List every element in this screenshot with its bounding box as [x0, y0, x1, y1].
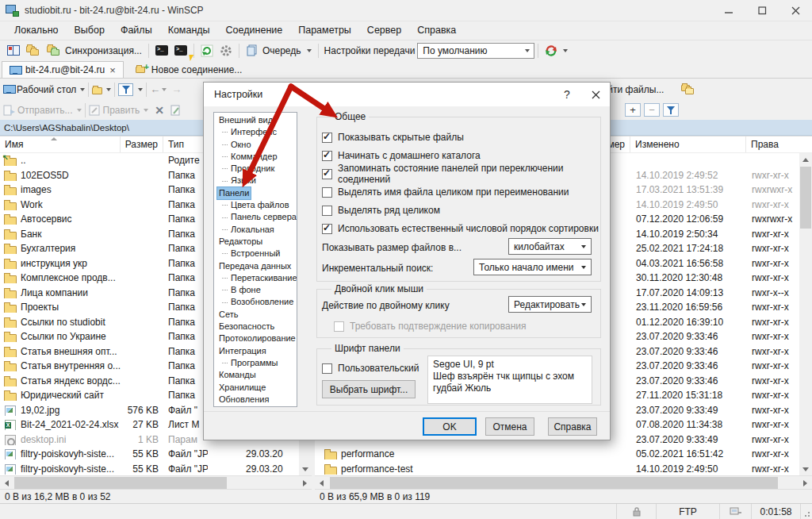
console-command-button[interactable] — [171, 42, 190, 60]
chevron-down-icon[interactable] — [162, 88, 167, 91]
protocol-cell[interactable]: FTP — [657, 504, 720, 519]
column-header-rights[interactable]: Права — [746, 136, 812, 152]
remote-filter-button[interactable] — [663, 103, 679, 117]
help-button[interactable]: Справка — [548, 417, 597, 436]
tree-item[interactable]: Безопасность — [214, 321, 297, 333]
column-header-modified[interactable]: Изменено — [630, 136, 746, 152]
menu-item[interactable]: Сервер — [359, 22, 409, 39]
scrollbar-thumb[interactable] — [800, 167, 811, 229]
menu-item[interactable]: Параметры — [290, 22, 359, 39]
table-row[interactable]: filtry-poiskovyh-siste...55 KBФайл "JPG"… — [0, 447, 299, 462]
scroll-down-icon[interactable] — [799, 463, 812, 475]
dialog-help-button[interactable]: ? — [553, 83, 581, 106]
local-horizontal-scrollbar[interactable] — [0, 475, 312, 489]
menu-item[interactable]: Выбор — [67, 22, 113, 39]
doubleclick-action-combo[interactable]: Редактировать — [508, 296, 592, 313]
checkbox[interactable] — [322, 206, 332, 216]
scroll-up-icon[interactable] — [799, 153, 812, 166]
tree-item[interactable]: Команды — [214, 369, 297, 381]
compare-dirs-button[interactable] — [23, 42, 44, 60]
tree-item[interactable]: Интерфейс — [214, 126, 297, 138]
cancel-button[interactable]: Отмена — [485, 417, 534, 436]
local-location-selector[interactable]: Рабочий стол — [17, 84, 76, 95]
column-header-name[interactable]: Имя — [0, 136, 121, 152]
column-header-size[interactable]: Размер — [121, 136, 163, 152]
send-button[interactable]: Отправить... — [17, 105, 73, 116]
add-button[interactable]: + — [625, 103, 641, 117]
choose-font-button[interactable]: Выбрать шрифт... — [322, 380, 416, 398]
menu-item[interactable]: Локально — [6, 22, 67, 39]
column-header-type[interactable]: Тип — [163, 136, 208, 152]
synchronize-button[interactable]: Синхронизация... — [44, 42, 145, 60]
forward-arrow-icon[interactable]: → — [171, 83, 182, 95]
tree-item[interactable]: Программы — [214, 357, 297, 369]
sync-browsing-button[interactable] — [542, 42, 571, 60]
resize-grip[interactable] — [801, 504, 812, 519]
table-row[interactable]: performance05.02.2021 16:51:42rwxr-xr-x — [315, 447, 799, 462]
checkbox[interactable] — [322, 133, 332, 143]
tree-item[interactable]: Передача данных — [214, 260, 297, 272]
tree-item[interactable]: Хранилище — [214, 382, 297, 394]
table-row[interactable]: performance-test14.10.2019 2:49:50rwxr-x… — [315, 462, 799, 476]
back-arrow-icon[interactable]: ← — [150, 83, 160, 95]
tree-item[interactable]: Интеграция — [214, 345, 297, 357]
tree-item[interactable]: Панель сервера — [214, 211, 297, 223]
tree-item[interactable]: Перетаскивание — [214, 272, 297, 284]
tree-item[interactable]: Проводник — [214, 163, 297, 175]
connection-cell[interactable] — [720, 504, 752, 519]
scroll-right-icon[interactable] — [799, 476, 812, 490]
checkbox[interactable] — [334, 321, 344, 332]
tree-item[interactable]: Коммандер — [214, 151, 297, 163]
checkbox[interactable] — [322, 151, 332, 161]
tab-new-session[interactable]: Новое соединение... — [128, 61, 250, 78]
checkbox[interactable] — [322, 224, 332, 234]
bookmark-folders-icon[interactable] — [681, 84, 695, 95]
chevron-down-icon[interactable] — [138, 88, 143, 91]
checkbox[interactable] — [322, 363, 332, 374]
tab-session-active[interactable]: bit-24.ru@bit-24.ru × — [2, 61, 124, 78]
scroll-left-icon[interactable] — [0, 476, 13, 490]
local-filter-button[interactable] — [118, 83, 136, 96]
scroll-right-icon[interactable] — [298, 476, 312, 490]
scrollbar-thumb[interactable] — [330, 477, 778, 489]
open-terminal-button[interactable] — [152, 42, 171, 60]
properties-icon[interactable] — [170, 105, 182, 116]
encryption-cell[interactable] — [617, 504, 657, 519]
menu-item[interactable]: Справка — [409, 22, 464, 39]
preferences-button[interactable] — [216, 42, 236, 60]
scroll-left-icon[interactable] — [315, 476, 328, 490]
tree-item[interactable]: В фоне — [214, 284, 297, 296]
tree-item[interactable]: Возобновление — [214, 296, 297, 308]
tab-close-icon[interactable]: × — [109, 65, 116, 75]
refresh-button[interactable] — [197, 42, 216, 60]
menu-item[interactable]: Соединение — [218, 22, 291, 39]
tree-item[interactable]: Локальная — [214, 224, 297, 236]
remove-button[interactable]: − — [644, 103, 660, 117]
checkbox[interactable] — [322, 187, 332, 198]
remote-vertical-scrollbar[interactable] — [799, 153, 812, 475]
scroll-down-icon[interactable] — [299, 463, 312, 475]
tree-item[interactable]: Редакторы — [214, 236, 297, 248]
checkbox[interactable] — [322, 169, 332, 179]
tree-item[interactable]: Цвета файлов — [214, 199, 297, 211]
queue-button[interactable]: Очередь — [243, 42, 315, 60]
tree-item[interactable]: Обновления — [214, 394, 297, 406]
toggle-panels-button[interactable] — [4, 42, 23, 60]
maximize-button[interactable] — [745, 0, 779, 21]
open-folder-icon[interactable] — [92, 84, 105, 95]
file-size-units-combo[interactable]: килобайтах — [508, 238, 592, 255]
dialog-close-button[interactable] — [581, 83, 610, 106]
chevron-down-icon[interactable] — [106, 88, 111, 91]
incremental-search-combo[interactable]: Только начало имени — [473, 259, 592, 275]
remote-horizontal-scrollbar[interactable] — [315, 475, 812, 489]
tree-item[interactable]: Встроенный — [214, 248, 297, 260]
tree-item[interactable]: Языки — [214, 175, 297, 186]
delete-icon[interactable]: ✕ — [155, 104, 164, 117]
scrollbar-thumb[interactable] — [14, 477, 227, 489]
tree-item[interactable]: Панели — [214, 187, 297, 199]
tree-item[interactable]: Протоколирование — [214, 333, 297, 344]
close-button[interactable] — [779, 0, 812, 21]
ok-button[interactable]: OK — [423, 417, 477, 436]
table-row[interactable]: filtry-poiskovyh-siste...55 KBФайл "JPG"… — [0, 462, 299, 476]
menu-item[interactable]: Файлы — [113, 22, 160, 39]
